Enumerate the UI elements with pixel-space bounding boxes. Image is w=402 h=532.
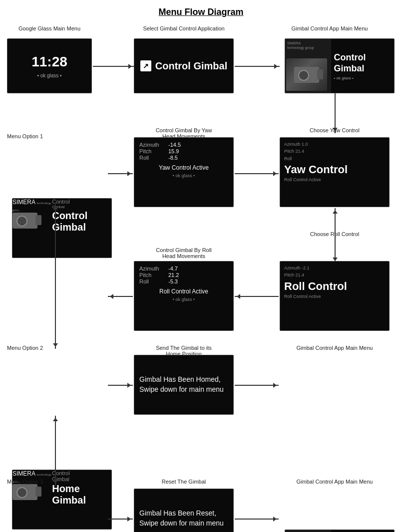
ok-glass-yaw: • ok glass • — [139, 173, 228, 178]
homed-message-text: Gimbal Has Been Homed, Swipe down for ma… — [139, 375, 228, 394]
choose-roll-screen: Azimuth -2.1 Pitch 21.4 Roll Control Rol… — [280, 261, 390, 331]
roll-col-label: Control Gimbal By Roll Head Movements — [134, 247, 234, 259]
choose-yaw-big-label: Yaw Control — [284, 163, 385, 176]
choose-yaw-screen: Azimuth 1.0 Pitch 21.4 Roll Yaw Control … — [280, 137, 390, 207]
col1-label: Google Glass Main Menu — [7, 25, 92, 31]
ok-glass-time: • ok glass • — [37, 73, 61, 78]
arrow-home-to-msg — [108, 385, 133, 386]
select-gimbal-screen: ↗ Control Gimbal — [134, 38, 234, 93]
simera-logo-m1: SIMERA technology grou... — [12, 199, 52, 213]
az-val-yaw: -14.5 — [168, 142, 181, 148]
arrow-m2-m3-v — [55, 416, 56, 486]
select-arrow-icon: ↗ — [140, 60, 151, 71]
menu-option-2-label: Menu Option 2 — [7, 345, 57, 351]
az-label-yaw: Azimuth — [139, 142, 168, 148]
choose-roll-small-data: Azimuth -2.1 Pitch 21.4 — [284, 265, 385, 279]
arrow-homed-to-app — [235, 385, 279, 386]
home-gimbal-sub2: Gimbal — [52, 476, 111, 482]
arrow-reset-to-app — [235, 519, 279, 520]
choose-roll-bottom: Roll Control Active — [284, 294, 385, 299]
page-title: Menu Flow Diagram — [0, 0, 402, 22]
reset-message-screen: Gimbal Has Been Reset, Swipe down for ma… — [134, 489, 234, 532]
time-screen: 11:28 • ok glass • — [7, 38, 92, 93]
arrow-choose-roll-to-data — [235, 296, 279, 297]
app-main-screen-top: SIMERA technology group Control Gimbal •… — [285, 38, 395, 93]
col3-label: Gimbal Control App Main Menu — [280, 25, 380, 31]
arrow-m1-m2-v — [55, 204, 56, 349]
arrow-reset-to-msg — [108, 519, 133, 520]
menu-option-3-label: Menu Option 3 — [7, 479, 57, 485]
arrow-m1-to-yaw — [108, 173, 133, 174]
reset-message-text: Gimbal Has Been Reset, Swipe down for ma… — [139, 509, 228, 528]
roll-data-screen: Azimuth -4.7 Pitch 21.2 Roll -5.3 Roll C… — [134, 261, 234, 331]
arrow-time-to-select — [93, 66, 134, 67]
pitch-label-yaw: Pitch — [139, 148, 168, 154]
col2-label: Select Gimbal Control Application — [134, 25, 234, 31]
app-title-top: Control Gimbal — [334, 52, 366, 74]
control-gimbal-m1: Control Gimbal — [52, 210, 111, 233]
choose-roll-big-label: Roll Control — [284, 280, 385, 293]
yaw-data-screen: Azimuth -14.5 Pitch 15.9 Roll -8.5 Yaw C… — [134, 137, 234, 207]
arrow-yaw-to-choose — [235, 173, 279, 174]
select-gimbal-label: Control Gimbal — [155, 60, 227, 72]
choose-yaw-bottom: Roll Control Active — [284, 177, 385, 182]
home-gimbal-sub: Control — [52, 470, 111, 476]
choose-yaw-label: Choose Yaw Control — [280, 127, 390, 133]
time-display: 11:28 — [31, 54, 67, 70]
reset-col-label: Reset The Gimbal — [134, 479, 234, 485]
menu-option-1-label: Menu Option 1 — [7, 133, 57, 139]
app-main-screen-row4: SIMERA technology group Control Gimbal •… — [285, 530, 395, 532]
homed-message-screen: Gimbal Has Been Homed, Swipe down for ma… — [134, 355, 234, 415]
menu-option-1-title: Control Gimbal — [52, 199, 111, 209]
simera-logo-top: SIMERA technology group — [287, 41, 314, 50]
choose-yaw-small-data: Azimuth 1.0 Pitch 21.4 Roll — [284, 141, 385, 162]
home-gimbal-title: Home Gimbal — [52, 483, 111, 506]
roll-val-yaw: -8.5 — [168, 155, 178, 161]
arrow-select-to-app — [235, 66, 280, 67]
choose-roll-label: Choose Roll Control — [280, 231, 390, 237]
app-main-label-row4: Gimbal Control App Main Menu — [280, 345, 390, 351]
app-main-label-row5: Gimbal Control App Main Menu — [280, 479, 390, 485]
roll-label-yaw: Roll — [139, 155, 168, 161]
menu-option-1-screen: SIMERA technology grou... Control Gimbal… — [12, 198, 112, 258]
yaw-active-status: Yaw Control Active — [139, 164, 228, 171]
roll-active-status: Roll Control Active — [139, 288, 228, 295]
ok-glass-roll: • ok glass • — [139, 297, 228, 302]
arrow-roll-data-to-m1 — [108, 296, 133, 297]
ok-glass-app-top: • ok glass • — [334, 76, 354, 80]
pitch-val-yaw: 15.9 — [168, 148, 179, 154]
